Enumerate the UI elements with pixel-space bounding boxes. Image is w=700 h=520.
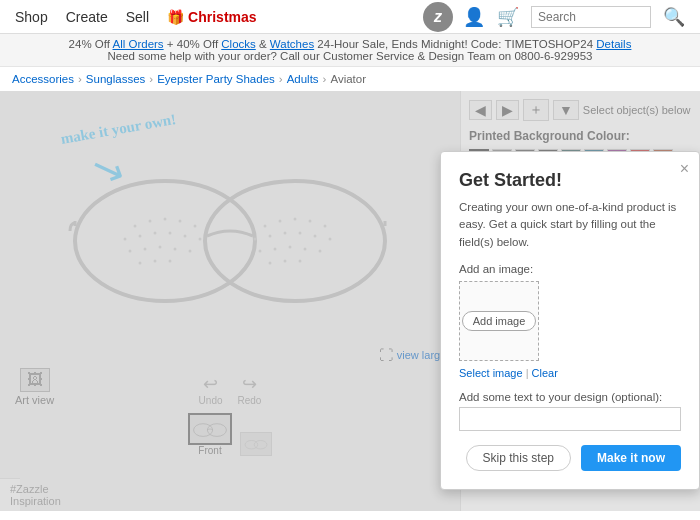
design-text-input[interactable] [459, 407, 681, 431]
modal-overlay: × Get Started! Creating your own one-of-… [0, 91, 700, 511]
promo-line1: 24% Off All Orders + 40% Off Clocks & Wa… [0, 38, 700, 50]
image-actions: Select image | Clear [459, 367, 681, 379]
search-input[interactable] [531, 6, 651, 28]
details-link[interactable]: Details [596, 38, 631, 50]
nav-sell[interactable]: Sell [126, 9, 149, 25]
modal-description: Creating your own one-of-a-kind product … [459, 199, 681, 251]
breadcrumb-eyepster[interactable]: Eyepster Party Shades [157, 73, 275, 85]
all-orders-link[interactable]: All Orders [113, 38, 164, 50]
add-image-button[interactable]: Add image [462, 311, 537, 331]
main-area: make it your own! ↙ [0, 91, 700, 511]
top-navigation: Shop Create Sell 🎁 Christmas z 👤 🛒 🔍 [0, 0, 700, 34]
promo-bar: 24% Off All Orders + 40% Off Clocks & Wa… [0, 34, 700, 67]
nav-right: 👤 🛒 🔍 [463, 6, 685, 28]
site-logo[interactable]: z [423, 2, 453, 32]
breadcrumb-sep2: › [149, 73, 153, 85]
clear-link[interactable]: Clear [532, 367, 558, 379]
account-icon[interactable]: 👤 [463, 6, 485, 28]
breadcrumb-sunglasses[interactable]: Sunglasses [86, 73, 145, 85]
breadcrumb-current: Aviator [330, 73, 366, 85]
select-image-link[interactable]: Select image [459, 367, 523, 379]
nav-items: Shop Create Sell 🎁 Christmas [15, 9, 413, 25]
nav-shop[interactable]: Shop [15, 9, 48, 25]
make-it-now-button[interactable]: Make it now [581, 445, 681, 471]
search-icon[interactable]: 🔍 [663, 6, 685, 28]
clocks-link[interactable]: Clocks [221, 38, 256, 50]
get-started-modal: × Get Started! Creating your own one-of-… [440, 151, 700, 490]
breadcrumb-adults[interactable]: Adults [287, 73, 319, 85]
modal-title: Get Started! [459, 170, 681, 191]
breadcrumb: Accessories › Sunglasses › Eyepster Part… [0, 67, 700, 91]
breadcrumb-sep3: › [279, 73, 283, 85]
modal-actions: Skip this step Make it now [459, 445, 681, 471]
christmas-label: Christmas [188, 9, 256, 25]
watches-link[interactable]: Watches [270, 38, 314, 50]
nav-christmas[interactable]: 🎁 Christmas [167, 9, 256, 25]
cart-icon[interactable]: 🛒 [497, 6, 519, 28]
gift-icon: 🎁 [167, 9, 184, 25]
promo-line2: Need some help with your order? Call our… [0, 50, 700, 62]
breadcrumb-sep4: › [323, 73, 327, 85]
add-image-label: Add an image: [459, 263, 681, 275]
nav-create[interactable]: Create [66, 9, 108, 25]
skip-button[interactable]: Skip this step [466, 445, 571, 471]
modal-close-button[interactable]: × [680, 160, 689, 178]
breadcrumb-sep1: › [78, 73, 82, 85]
breadcrumb-accessories[interactable]: Accessories [12, 73, 74, 85]
text-label: Add some text to your design (optional): [459, 391, 681, 403]
add-image-box[interactable]: Add image [459, 281, 539, 361]
